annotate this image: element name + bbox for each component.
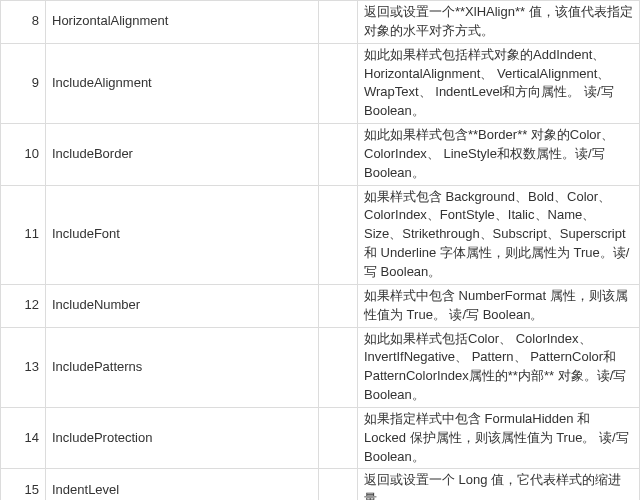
property-description: 返回或设置一个**XlHAlign** 值，该值代表指定对象的水平对齐方式。 xyxy=(358,1,640,44)
property-name: IncludeNumber xyxy=(46,284,319,327)
property-description: 如果样式包含 Background、Bold、Color、ColorIndex、… xyxy=(358,185,640,284)
property-description: 返回或设置一个 Long 值，它代表样式的缩进量。 xyxy=(358,469,640,500)
table-body: 8 HorizontalAlignment 返回或设置一个**XlHAlign*… xyxy=(1,1,640,501)
empty-cell xyxy=(319,185,358,284)
property-name: IndentLevel xyxy=(46,469,319,500)
table-row: 10 IncludeBorder 如此如果样式包含**Border** 对象的C… xyxy=(1,124,640,186)
property-name: HorizontalAlignment xyxy=(46,1,319,44)
table-row: 15 IndentLevel 返回或设置一个 Long 值，它代表样式的缩进量。 xyxy=(1,469,640,500)
row-number: 8 xyxy=(1,1,46,44)
property-name: IncludeBorder xyxy=(46,124,319,186)
row-number: 11 xyxy=(1,185,46,284)
row-number: 13 xyxy=(1,327,46,407)
empty-cell xyxy=(319,284,358,327)
row-number: 10 xyxy=(1,124,46,186)
property-name: IncludeProtection xyxy=(46,407,319,469)
empty-cell xyxy=(319,469,358,500)
property-description: 如果样式中包含 NumberFormat 属性，则该属性值为 True。 读/写… xyxy=(358,284,640,327)
table-row: 13 IncludePatterns 如此如果样式包括Color、 ColorI… xyxy=(1,327,640,407)
property-name: IncludeAlignment xyxy=(46,43,319,123)
empty-cell xyxy=(319,124,358,186)
property-name: IncludeFont xyxy=(46,185,319,284)
property-description: 如此如果样式包含**Border** 对象的Color、 ColorIndex、… xyxy=(358,124,640,186)
row-number: 9 xyxy=(1,43,46,123)
table-row: 8 HorizontalAlignment 返回或设置一个**XlHAlign*… xyxy=(1,1,640,44)
row-number: 12 xyxy=(1,284,46,327)
table-row: 12 IncludeNumber 如果样式中包含 NumberFormat 属性… xyxy=(1,284,640,327)
table-row: 9 IncludeAlignment 如此如果样式包括样式对象的AddInden… xyxy=(1,43,640,123)
table-row: 11 IncludeFont 如果样式包含 Background、Bold、Co… xyxy=(1,185,640,284)
row-number: 15 xyxy=(1,469,46,500)
row-number: 14 xyxy=(1,407,46,469)
empty-cell xyxy=(319,43,358,123)
property-description: 如此如果样式包括样式对象的AddIndent、 HorizontalAlignm… xyxy=(358,43,640,123)
empty-cell xyxy=(319,1,358,44)
properties-table: 8 HorizontalAlignment 返回或设置一个**XlHAlign*… xyxy=(0,0,640,500)
property-name: IncludePatterns xyxy=(46,327,319,407)
table-row: 14 IncludeProtection 如果指定样式中包含 FormulaHi… xyxy=(1,407,640,469)
property-description: 如此如果样式包括Color、 ColorIndex、 InvertIfNegat… xyxy=(358,327,640,407)
empty-cell xyxy=(319,407,358,469)
property-description: 如果指定样式中包含 FormulaHidden 和 Locked 保护属性，则该… xyxy=(358,407,640,469)
empty-cell xyxy=(319,327,358,407)
